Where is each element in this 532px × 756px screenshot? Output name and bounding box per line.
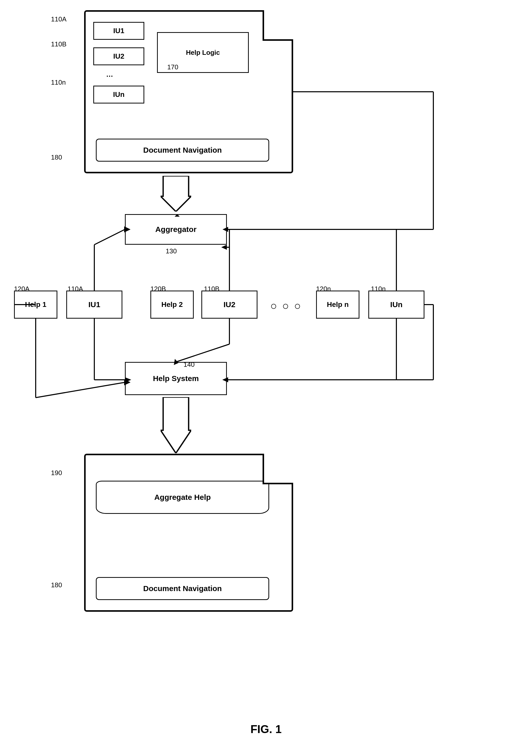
- agg-help-box: Aggregate Help: [96, 481, 269, 514]
- label-mid-110n: 110n: [371, 285, 386, 293]
- helpn-box: Help n: [316, 290, 359, 319]
- bot-doc-corner: [263, 454, 293, 484]
- label-130: 130: [166, 247, 177, 255]
- label-120b: 120B: [150, 285, 166, 293]
- arrow-top-down: [161, 176, 191, 212]
- help1-box: Help 1: [14, 290, 57, 319]
- top-iu1-box: IU1: [93, 22, 144, 40]
- svg-marker-0: [161, 176, 191, 212]
- mid-dots: ○ ○ ○: [270, 300, 302, 312]
- aggregator-box: Aggregator: [125, 214, 227, 245]
- label-top-110n: 110n: [51, 78, 66, 86]
- aggregator-label: Aggregator: [155, 225, 197, 234]
- help-system-label: Help System: [153, 374, 199, 383]
- iun-mid-label: IUn: [390, 300, 403, 309]
- top-doc-nav-box: Document Navigation: [96, 139, 269, 162]
- help1-label: Help 1: [25, 301, 46, 309]
- top-help-logic-label: Help Logic: [186, 49, 220, 57]
- label-120a: 120A: [14, 285, 30, 293]
- iu2-mid-box: IU2: [201, 290, 257, 319]
- arrow-down-hollow: [161, 397, 191, 453]
- help2-box: Help 2: [150, 290, 194, 319]
- top-iu1-label: IU1: [113, 27, 124, 35]
- top-iun-label: IUn: [113, 91, 124, 99]
- label-top-110a: 110A: [51, 15, 66, 23]
- label-bot-180: 180: [51, 581, 62, 589]
- label-140: 140: [184, 361, 195, 368]
- svg-marker-22: [221, 245, 227, 250]
- help2-label: Help 2: [161, 301, 183, 309]
- iu1-mid-box: IU1: [66, 290, 122, 319]
- helpn-label: Help n: [327, 301, 349, 309]
- iun-mid-box: IUn: [368, 290, 424, 319]
- bot-doc-nav-label: Document Navigation: [143, 584, 222, 593]
- bottom-document: Aggregate Help Document Navigation: [84, 454, 293, 612]
- label-top-180: 180: [51, 153, 62, 161]
- bot-doc-nav-box: Document Navigation: [96, 577, 269, 600]
- top-document: IU1 IU2 … IUn Help Logic Document Naviga…: [84, 10, 293, 173]
- top-iu2-label: IU2: [113, 52, 124, 60]
- top-iu2-box: IU2: [93, 47, 144, 65]
- iu1-mid-label: IU1: [89, 300, 100, 309]
- label-190: 190: [51, 469, 62, 477]
- svg-line-11: [36, 382, 125, 398]
- doc-corner: [263, 10, 293, 41]
- label-120n: 120n: [316, 285, 331, 293]
- iu2-mid-label: IU2: [224, 300, 235, 309]
- top-dots: …: [106, 70, 114, 78]
- fig-caption: FIG. 1: [250, 723, 281, 736]
- top-doc-nav-label: Document Navigation: [143, 146, 222, 154]
- label-170: 170: [167, 63, 178, 71]
- label-top-110b: 110B: [51, 40, 66, 48]
- label-mid-110a: 110A: [67, 285, 83, 293]
- svg-line-14: [94, 230, 125, 245]
- svg-line-5: [176, 344, 229, 362]
- help-system-box: Help System: [125, 362, 227, 395]
- top-iun-box: IUn: [93, 86, 144, 103]
- svg-marker-33: [161, 397, 191, 453]
- agg-help-label: Aggregate Help: [154, 493, 211, 501]
- label-mid-110b: 110B: [204, 285, 220, 293]
- diagram: IU1 IU2 … IUn Help Logic Document Naviga…: [0, 0, 532, 756]
